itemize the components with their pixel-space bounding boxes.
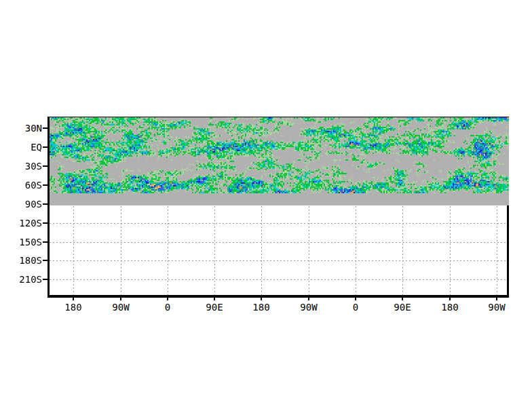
y-tick-label: 210S [8, 274, 42, 285]
horizontal-gridline [50, 260, 507, 261]
vertical-gridline [214, 206, 215, 295]
x-axis-tick [355, 298, 356, 300]
x-axis-tick [261, 298, 262, 300]
x-axis-tick [402, 298, 403, 300]
x-tick-label: 90E [193, 302, 236, 313]
x-axis-tick [120, 298, 121, 300]
vertical-gridline [309, 206, 309, 295]
y-axis-tick [43, 184, 48, 186]
vertical-gridline [497, 206, 497, 295]
heatmap-field-canvas [50, 117, 509, 205]
vertical-gridline [356, 206, 356, 295]
x-tick-label: 90W [287, 302, 330, 313]
y-axis-tick [43, 165, 48, 167]
vertical-gridline [168, 206, 168, 295]
x-axis-tick [308, 298, 309, 300]
x-axis-tick [73, 298, 74, 300]
y-tick-label: 90S [8, 199, 42, 210]
x-tick-label: 90W [475, 302, 518, 313]
vertical-gridline [73, 206, 74, 295]
y-tick-label: 60S [8, 180, 42, 191]
y-axis-tick [43, 203, 48, 205]
horizontal-gridline [50, 279, 507, 280]
y-axis-tick [43, 279, 48, 280]
x-tick-label: 180 [52, 302, 95, 313]
x-tick-label: 90E [381, 302, 424, 313]
x-axis-tick [167, 298, 168, 300]
vertical-gridline [402, 206, 403, 295]
y-axis-tick [43, 241, 48, 243]
x-tick-label: 0 [146, 302, 189, 313]
x-axis-tick [496, 298, 497, 300]
horizontal-gridline [50, 242, 507, 243]
vertical-gridline [261, 206, 262, 295]
y-tick-label: 30N [8, 123, 42, 134]
chart-figure: 30NEQ30S60S90S120S150S180S210S18090W090E… [0, 0, 532, 415]
x-axis-tick [214, 298, 215, 300]
x-axis-line [48, 295, 509, 298]
horizontal-gridline [50, 223, 507, 224]
y-tick-label: 150S [8, 237, 42, 248]
plot-frame-right [507, 205, 509, 298]
x-tick-label: 0 [334, 302, 377, 313]
x-tick-label: 90W [99, 302, 142, 313]
y-axis-tick [43, 222, 48, 224]
y-axis-tick [43, 260, 48, 261]
x-tick-label: 180 [240, 302, 283, 313]
y-tick-label: EQ [8, 142, 42, 153]
y-tick-label: 30S [8, 161, 42, 172]
vertical-gridline [121, 206, 121, 295]
x-tick-label: 180 [428, 302, 472, 313]
y-axis-tick [43, 127, 48, 129]
vertical-gridline [450, 206, 451, 295]
y-tick-label: 180S [8, 255, 42, 266]
y-axis-tick [43, 146, 48, 148]
y-tick-label: 120S [8, 218, 42, 229]
y-axis-line [48, 117, 50, 298]
x-axis-tick [449, 298, 451, 300]
plot-frame-top [48, 117, 509, 117]
